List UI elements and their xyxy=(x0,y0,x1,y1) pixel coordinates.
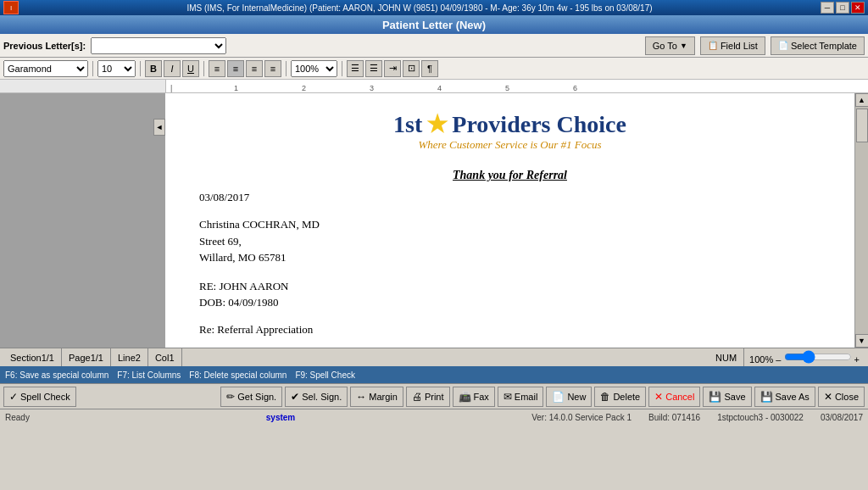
separator-2 xyxy=(140,61,141,76)
ready-status: Ready xyxy=(5,413,30,422)
delete-button[interactable]: 🗑 Delete xyxy=(594,387,646,407)
company-name: 1st ★ Providers Choice xyxy=(199,110,821,138)
recipient-street: Street 69, xyxy=(199,233,821,250)
re-topic-label: Re: xyxy=(199,323,217,336)
scroll-track[interactable] xyxy=(855,107,868,334)
re-patient: JOHN AARON xyxy=(219,280,288,292)
page-status: Page1/1 xyxy=(62,348,111,366)
dob-value: 04/09/1980 xyxy=(228,296,278,309)
goto-button[interactable]: Go To ▼ xyxy=(645,36,695,55)
bold-button[interactable]: B xyxy=(145,60,162,77)
separator-4 xyxy=(286,61,287,76)
print-button[interactable]: 🖨 Print xyxy=(406,387,450,407)
paragraph-button[interactable]: ¶ xyxy=(421,60,438,77)
sel-sign-button[interactable]: ✔ Sel. Sign. xyxy=(285,387,348,407)
underline-button[interactable]: U xyxy=(182,60,199,77)
letter-subject: Thank you for Referral xyxy=(199,169,821,182)
text-wrap-button[interactable]: ⊡ xyxy=(403,60,420,77)
patient-letter-titlebar: Patient Letter (New) xyxy=(0,15,868,34)
restore-button[interactable]: □ xyxy=(836,2,849,14)
zoom-select[interactable]: 100% xyxy=(291,60,337,77)
font-select[interactable]: Garamond xyxy=(3,60,88,77)
select-template-button[interactable]: 📄 Select Template xyxy=(771,36,865,55)
dob-label: DOB: xyxy=(199,296,225,309)
toolbar-2: Garamond 10 B I U ≡ ≡ ≡ ≡ 100% ☰ ☰ ⇥ ⊡ ¶ xyxy=(0,58,868,80)
minimize-button[interactable]: ─ xyxy=(821,2,834,14)
line-status: Line2 xyxy=(111,348,148,366)
side-tab[interactable]: ◄ xyxy=(153,119,165,136)
re-topic: Referral Appreciation xyxy=(217,323,313,336)
ruler-inner: | 1 2 3 4 5 6 xyxy=(165,80,868,92)
letter-re-topic: Re: Referral Appreciation xyxy=(199,323,821,337)
get-sign-button[interactable]: ✏ Get Sign. xyxy=(220,387,282,407)
align-center-button[interactable]: ≡ xyxy=(227,60,244,77)
align-justify-button[interactable]: ≡ xyxy=(264,60,281,77)
zoom-slider[interactable] xyxy=(784,351,852,363)
spell-check-button[interactable]: ✓ Spell Check xyxy=(3,387,76,407)
letter-address: Christina COCHRAN, MD Street 69, Willard… xyxy=(199,216,821,266)
save-button[interactable]: 💾 Save xyxy=(703,387,751,407)
cancel-button[interactable]: ✕ Cancel xyxy=(648,387,700,407)
version-info: Ver: 14.0.0 Service Pack 1 Build: 071416… xyxy=(531,413,863,422)
f7-label: F7: List Columns xyxy=(117,370,181,380)
margin-button[interactable]: ↔ Margin xyxy=(350,387,403,407)
scrollbar-vertical[interactable]: ▲ ▼ xyxy=(854,93,868,348)
title-bar: I IMS (IMS, For InternalMedicine) (Patie… xyxy=(0,0,868,15)
list-number-button[interactable]: ☰ xyxy=(365,60,382,77)
close-button[interactable]: ✕ xyxy=(851,2,865,14)
letter-paper[interactable]: 1st ★ Providers Choice Where Customer Se… xyxy=(165,93,854,348)
italic-button[interactable]: I xyxy=(164,60,181,77)
prev-letters-label: Previous Letter[s]: xyxy=(3,41,86,51)
editor-area: ◄ 1st ★ Providers Choice Where Customer … xyxy=(0,93,868,348)
app-icon: I xyxy=(3,1,19,14)
section-status: Section1/1 xyxy=(3,348,62,366)
new-button[interactable]: 📄 New xyxy=(546,387,592,407)
recipient-city: Willard, MO 65781 xyxy=(199,249,821,266)
function-key-bar: F6: Save as special column F7: List Colu… xyxy=(0,366,868,383)
separator-5 xyxy=(342,61,342,76)
scroll-down-button[interactable]: ▼ xyxy=(855,334,869,348)
f8-label: F8: Delete special column xyxy=(189,370,287,380)
toolbar-1: Previous Letter[s]: Go To ▼ 📋 Field List… xyxy=(0,34,868,58)
version-text: Ver: 14.0.0 Service Pack 1 xyxy=(531,413,632,422)
ruler: | 1 2 3 4 5 6 xyxy=(0,80,868,93)
col-status: Col1 xyxy=(148,348,182,366)
company-name-pre: 1st xyxy=(393,111,422,138)
company-tagline: Where Customer Service is Our #1 Focus xyxy=(199,138,821,152)
list-bullet-button[interactable]: ☰ xyxy=(347,60,364,77)
scroll-up-button[interactable]: ▲ xyxy=(855,93,869,107)
indent-button[interactable]: ⇥ xyxy=(384,60,401,77)
left-margin: ◄ xyxy=(0,93,165,348)
title-bar-text: IMS (IMS, For InternalMedicine) (Patient… xyxy=(19,3,821,13)
bottom-toolbar: ✓ Spell Check ✏ Get Sign. ✔ Sel. Sign. ↔… xyxy=(0,383,868,409)
save-as-button[interactable]: 💾 Save As xyxy=(754,387,815,407)
letter-header: 1st ★ Providers Choice Where Customer Se… xyxy=(199,110,821,152)
separator-3 xyxy=(203,61,204,76)
f9-label: F9: Spell Check xyxy=(295,370,355,380)
system-label: system xyxy=(266,413,295,422)
align-right-button[interactable]: ≡ xyxy=(246,60,263,77)
star-icon: ★ xyxy=(426,110,448,138)
font-size-select[interactable]: 10 xyxy=(97,60,136,77)
build-text: Build: 071416 xyxy=(648,413,700,422)
fax-button[interactable]: 📠 Fax xyxy=(453,387,495,407)
re-label: RE: xyxy=(199,280,216,292)
align-left-button[interactable]: ≡ xyxy=(209,60,225,77)
email-button[interactable]: ✉ Email xyxy=(498,387,544,407)
field-list-button[interactable]: 📋 Field List xyxy=(700,36,765,55)
close-button[interactable]: ✕ Close xyxy=(818,387,865,407)
company-name-post: Providers Choice xyxy=(452,111,626,138)
re-patient-line: RE: JOHN AARON xyxy=(199,278,821,295)
instance-text: 1stpctouch3 - 0030022 xyxy=(717,413,804,422)
f6-label: F6: Save as special column xyxy=(5,370,108,380)
recipient-name: Christina COCHRAN, MD xyxy=(199,216,821,233)
prev-letters-select[interactable] xyxy=(91,37,226,54)
zoom-status: 100% – + xyxy=(744,351,865,365)
window-controls: ─ □ ✕ xyxy=(821,2,865,14)
separator-1 xyxy=(92,61,93,76)
status-bar: Section1/1 Page1/1 Line2 Col1 NUM 100% –… xyxy=(0,348,868,366)
letter-re: RE: JOHN AARON DOB: 04/09/1980 xyxy=(199,278,821,311)
scroll-thumb[interactable] xyxy=(856,109,868,142)
date-text: 03/08/2017 xyxy=(821,413,863,422)
letter-date: 03/08/2017 xyxy=(199,191,821,204)
